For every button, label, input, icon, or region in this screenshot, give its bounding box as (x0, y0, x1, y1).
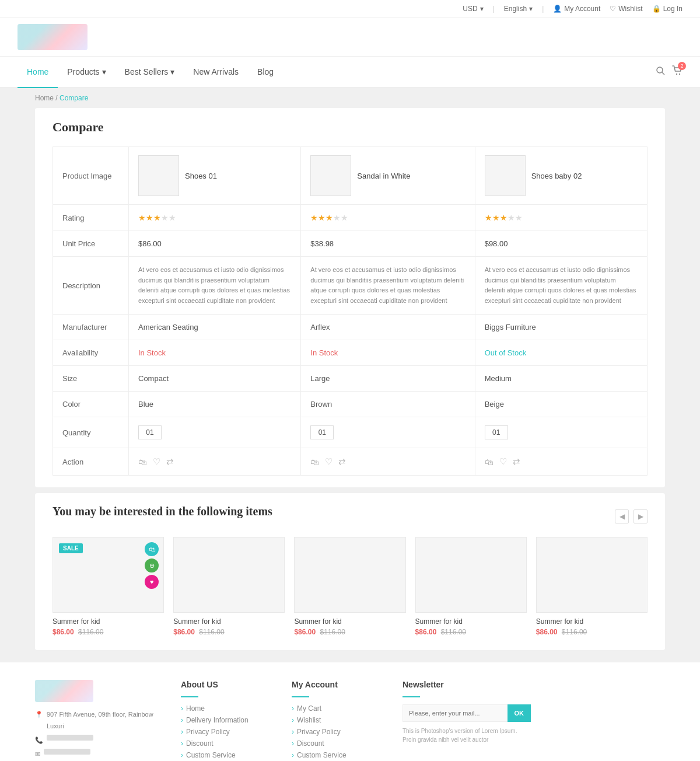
quick-cart-1[interactable]: 🛍 (145, 542, 159, 556)
add-to-cart-1[interactable]: 🛍 (138, 457, 147, 467)
logo[interactable] (18, 24, 88, 50)
compare-2[interactable]: ⇄ (338, 456, 346, 467)
add-to-cart-3[interactable]: 🛍 (485, 457, 494, 467)
my-account-link[interactable]: 👤 My Account (553, 5, 600, 13)
footer-account-discount[interactable]: Discount (292, 739, 385, 748)
rec-navigation: ◀ ▶ (615, 509, 648, 523)
rec-product-1[interactable]: SALE 🛍 ⊕ ♥ Summer for kid $86.00 $116.00 (52, 537, 164, 638)
qty-1[interactable]: 01 (138, 425, 162, 439)
cart-badge: 2 (678, 62, 686, 70)
product-3-availability: Out of Stock (475, 340, 647, 366)
currency-selector[interactable]: USD ▾ (463, 5, 483, 13)
stars-2: ★★★★★ (310, 213, 348, 222)
footer-about: About US Home Delivery Information Priva… (181, 680, 274, 761)
rec-product-3-image (294, 537, 405, 613)
login-link[interactable]: 🔒 Log In (652, 5, 682, 13)
language-arrow: ▾ (529, 5, 533, 13)
rec-next-button[interactable]: ▶ (634, 509, 648, 523)
product-1-name: Shoes 01 (185, 172, 217, 180)
footer-about-privacy[interactable]: Privacy Policy (181, 728, 274, 736)
nav-links: Home Products ▾ Best Sellers ▾ New Arriv… (18, 57, 283, 87)
rec-product-2-image (173, 537, 285, 613)
newsletter-email-input[interactable] (402, 704, 508, 722)
product-3-actions: 🛍 ♡ ⇄ (475, 448, 647, 476)
wishlist-2[interactable]: ♡ (325, 456, 332, 467)
footer-about-custom-service[interactable]: Custom Service (181, 751, 274, 759)
label-availability: Availability (53, 340, 129, 366)
nav-new-arrivals[interactable]: New Arrivals (184, 57, 248, 88)
recommendations-section: You may be interested in the following i… (35, 493, 665, 650)
wishlist-3[interactable]: ♡ (499, 456, 507, 467)
product-1-size: Compact (129, 366, 301, 392)
footer-account-title: My Account (292, 680, 385, 689)
nav-icons: 2 (656, 65, 682, 78)
label-product-image: Product Image (53, 147, 129, 205)
rec-product-4-price: $86.00 $116.00 (415, 628, 527, 636)
footer-account-privacy[interactable]: Privacy Policy (292, 728, 385, 736)
products-arrow: ▾ (102, 67, 106, 76)
quick-wishlist-1[interactable]: ♥ (145, 575, 159, 589)
product-1-info: Shoes 01 (138, 155, 291, 196)
wishlist-link[interactable]: ♡ Wishlist (610, 5, 642, 13)
quick-view-1[interactable]: ⊕ (145, 558, 159, 573)
size-row: Size Compact Large Medium (53, 366, 648, 392)
search-button[interactable] (656, 66, 665, 78)
rec-prev-button[interactable]: ◀ (615, 509, 629, 523)
rec-product-4[interactable]: Summer for kid $86.00 $116.00 (415, 537, 527, 638)
product-1-price: $86.00 (129, 231, 301, 257)
nav-products[interactable]: Products ▾ (58, 57, 115, 88)
product-2-rating: ★★★★★ (301, 205, 475, 231)
footer: 📍 907 Fifth Avenue, 09th floor, Rainbow … (0, 662, 700, 761)
product-3-rating: ★★★★★ (475, 205, 647, 231)
footer-about-title: About US (181, 680, 274, 689)
footer-logo[interactable] (35, 680, 93, 702)
language-selector[interactable]: English ▾ (504, 5, 533, 13)
lock-icon: 🔒 (652, 5, 661, 13)
footer-about-home[interactable]: Home (181, 704, 274, 713)
wishlist-1[interactable]: ♡ (153, 456, 160, 467)
breadcrumb-home[interactable]: Home (35, 94, 54, 102)
footer-account-custom-service[interactable]: Custom Service (292, 751, 385, 759)
rating-row: Rating ★★★★★ ★★★★★ ★★★★★ (53, 205, 648, 231)
footer-account-cart[interactable]: My Cart (292, 704, 385, 713)
nav-best-sellers[interactable]: Best Sellers ▾ (116, 57, 184, 88)
rec-product-1-image: SALE 🛍 ⊕ ♥ (52, 537, 164, 613)
rec-product-2-name: Summer for kid (173, 617, 285, 626)
stars-1: ★★★★★ (138, 213, 176, 222)
product-2-name: Sandal in White (357, 172, 410, 180)
nav-blog[interactable]: Blog (248, 57, 283, 88)
compare-3[interactable]: ⇄ (513, 456, 520, 467)
product-2-price: $38.98 (301, 231, 475, 257)
product-2-manufacturer: Arflex (301, 315, 475, 340)
cart-button[interactable]: 2 (672, 65, 682, 78)
add-to-cart-2[interactable]: 🛍 (310, 457, 319, 467)
product-3-image-cell: Shoes baby 02 (475, 147, 647, 205)
footer-newsletter-underline (402, 696, 420, 697)
compare-1[interactable]: ⇄ (166, 456, 174, 467)
breadcrumb-current: Compare (60, 94, 88, 102)
product-3-color: Beige (475, 392, 647, 417)
footer-about-discount[interactable]: Discount (181, 739, 274, 748)
email-item: ✉ (35, 749, 163, 760)
top-bar: USD ▾ | English ▾ | 👤 My Account ♡ Wishl… (0, 0, 700, 18)
product-2-availability: In Stock (301, 340, 475, 366)
location-icon: 📍 (35, 709, 43, 721)
label-unit-price: Unit Price (53, 231, 129, 257)
footer-account-wishlist[interactable]: Wishlist (292, 716, 385, 724)
label-size: Size (53, 366, 129, 392)
rec-product-5-price: $86.00 $116.00 (536, 628, 648, 636)
product-2-image-cell: Sandal in White (301, 147, 475, 205)
footer-about-delivery[interactable]: Delivery Information (181, 716, 274, 724)
product-3-name: Shoes baby 02 (531, 172, 582, 180)
newsletter-submit-button[interactable]: OK (508, 704, 531, 722)
label-description: Description (53, 257, 129, 315)
rec-product-3[interactable]: Summer for kid $86.00 $116.00 (294, 537, 405, 638)
rec-product-2[interactable]: Summer for kid $86.00 $116.00 (173, 537, 285, 638)
rec-product-5[interactable]: Summer for kid $86.00 $116.00 (536, 537, 648, 638)
rec-product-4-image (415, 537, 527, 613)
qty-2[interactable]: 01 (310, 425, 334, 439)
nav-home[interactable]: Home (18, 57, 58, 88)
qty-3[interactable]: 01 (485, 425, 508, 439)
rec-product-3-name: Summer for kid (294, 617, 405, 626)
manufacturer-row: Manufacturer American Seating Arflex Big… (53, 315, 648, 340)
